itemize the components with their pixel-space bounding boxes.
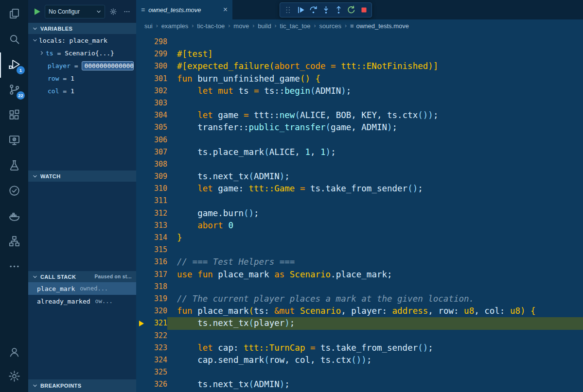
line-number[interactable]: 312: [136, 207, 167, 220]
activity-item-search[interactable]: [0, 27, 28, 52]
code-text[interactable]: ts.next_tx(player);: [167, 317, 583, 329]
code-text[interactable]: transfer::public_transfer(game, ADMIN);: [167, 121, 583, 134]
breakpoints-section-header[interactable]: BREAKPOINTS: [28, 379, 136, 392]
docker-icon: [8, 209, 21, 224]
line-number[interactable]: 314: [136, 232, 167, 244]
chevron-down-icon: [33, 26, 37, 31]
line-number[interactable]: 322: [136, 330, 167, 342]
activity-item-extensions[interactable]: [0, 103, 28, 128]
step-out-button[interactable]: [332, 4, 345, 17]
activity-bar-top: 122: [0, 2, 28, 280]
line-number[interactable]: 304: [136, 109, 167, 121]
activity-item-docker[interactable]: [0, 204, 28, 229]
line-number[interactable]: 303: [136, 97, 167, 109]
line-number[interactable]: 306: [136, 134, 167, 146]
line-number[interactable]: 326: [136, 378, 167, 391]
code-text[interactable]: ts.next_tx(ADMIN);: [167, 170, 583, 183]
line-number[interactable]: 302: [136, 85, 167, 97]
more-actions-icon[interactable]: [122, 6, 132, 17]
variable-row-ts[interactable]: ts = Scenario{...}: [28, 47, 136, 59]
line-number[interactable]: 318: [136, 281, 167, 293]
activity-item-explorer[interactable]: [0, 2, 28, 27]
start-debug-button[interactable]: [32, 7, 42, 17]
breadcrumb-item-build[interactable]: build: [258, 22, 271, 30]
line-number[interactable]: 316: [136, 256, 167, 268]
activity-item-run-debug[interactable]: 1: [0, 52, 28, 78]
breadcrumb-item-tic_tac_toe[interactable]: tic_tac_toe: [280, 22, 311, 30]
line-number[interactable]: 299: [136, 48, 167, 60]
code-text[interactable]: ts.place_mark(ALICE, 1, 1);: [167, 146, 583, 158]
variable-row-col[interactable]: col = 1: [28, 85, 136, 97]
breadcrumb-item-sui[interactable]: sui: [144, 22, 153, 30]
gear-icon[interactable]: [108, 6, 119, 17]
line-number[interactable]: 309: [136, 170, 167, 183]
line-number[interactable]: 307: [136, 146, 167, 158]
code-text[interactable]: use fun place_mark as Scenario.place_mar…: [167, 269, 583, 281]
restart-button[interactable]: [345, 4, 357, 17]
breadcrumb-item-move[interactable]: move: [233, 22, 249, 30]
breadcrumb-item-owned_tests.move[interactable]: ≡owned_tests.move: [350, 22, 409, 30]
activity-item-checklist[interactable]: [0, 179, 28, 204]
activity-item-account[interactable]: [0, 341, 28, 365]
code-text[interactable]: }: [167, 232, 583, 244]
code-text[interactable]: cap.send_mark(row, col, ts.ctx());: [167, 354, 583, 366]
line-number[interactable]: 313: [136, 220, 167, 232]
variable-row-player[interactable]: player = 0000000000000…: [28, 59, 136, 72]
code-text[interactable]: let game = ttt::new(ALICE, BOB, KEY, ts.…: [167, 109, 583, 121]
drag-handle-icon[interactable]: [282, 4, 294, 17]
breadcrumb-item-tic-tac-toe[interactable]: tic-tac-toe: [197, 22, 225, 30]
breadcrumb-item-sources[interactable]: sources: [319, 22, 341, 30]
code-text[interactable]: fun place_mark(ts: &mut Scenario, player…: [167, 305, 583, 317]
line-number[interactable]: 308: [136, 158, 167, 170]
callstack-section-header[interactable]: CALL STACK Paused on st...: [28, 271, 136, 282]
line-number[interactable]: 311: [136, 195, 167, 207]
continue-icon: [296, 5, 305, 15]
line-number[interactable]: 301: [136, 73, 167, 85]
line-number[interactable]: 323: [136, 342, 167, 354]
code-text[interactable]: #[test]: [167, 48, 583, 60]
line-number[interactable]: 324: [136, 354, 167, 366]
activity-item-settings[interactable]: [0, 365, 28, 389]
code-text[interactable]: fun burn_unfinished_game() {: [167, 73, 583, 85]
breadcrumb-item-examples[interactable]: examples: [161, 22, 189, 30]
stop-button[interactable]: [357, 4, 370, 17]
variables-scope-row[interactable]: locals: place_mark: [28, 34, 136, 47]
line-number[interactable]: 321: [136, 317, 167, 329]
step-into-button[interactable]: [319, 4, 332, 17]
code-text[interactable]: abort 0: [167, 220, 583, 232]
line-number[interactable]: 300: [136, 60, 167, 72]
line-number[interactable]: 320: [136, 305, 167, 317]
variable-row-row[interactable]: row = 1: [28, 72, 136, 85]
launch-config-dropdown[interactable]: No Configur: [45, 5, 105, 18]
code-text[interactable]: let mut ts = ts::begin(ADMIN);: [167, 85, 583, 97]
line-number[interactable]: 310: [136, 183, 167, 195]
watch-section-header[interactable]: WATCH: [28, 170, 136, 182]
activity-item-more[interactable]: [0, 255, 28, 280]
close-icon[interactable]: ×: [223, 6, 228, 14]
variables-section-header[interactable]: VARIABLES: [28, 23, 136, 34]
step-over-button[interactable]: [307, 4, 319, 17]
code-text[interactable]: // === Test Helpers ===: [167, 256, 583, 268]
tab-owned-tests[interactable]: ≡ owned_tests.move ×: [136, 0, 232, 19]
variable-value-highlighted[interactable]: 0000000000000…: [82, 61, 134, 70]
continue-button[interactable]: [294, 4, 307, 17]
line-number[interactable]: 298: [136, 36, 167, 48]
callstack-frame-already_marked[interactable]: already_markedow...: [28, 295, 136, 307]
line-number[interactable]: 325: [136, 366, 167, 378]
line-number[interactable]: 319: [136, 293, 167, 305]
callstack-frame-place_mark[interactable]: place_markowned...: [28, 282, 136, 295]
activity-item-source-control[interactable]: 22: [0, 78, 28, 103]
code-text[interactable]: // The current player places a mark at t…: [167, 293, 583, 305]
activity-item-testing[interactable]: [0, 153, 28, 179]
line-number[interactable]: 305: [136, 121, 167, 134]
activity-item-kubernetes[interactable]: [0, 229, 28, 255]
equals-sign: =: [53, 50, 65, 57]
code-text[interactable]: let cap: ttt::TurnCap = ts.take_from_sen…: [167, 342, 583, 354]
line-number[interactable]: 315: [136, 244, 167, 256]
code-text[interactable]: ts.next_tx(ADMIN);: [167, 378, 583, 391]
activity-item-remote-explorer[interactable]: [0, 128, 28, 153]
code-text[interactable]: #[expected_failure(abort_code = ttt::ENo…: [167, 60, 583, 72]
code-text[interactable]: game.burn();: [167, 207, 583, 220]
code-text[interactable]: let game: ttt::Game = ts.take_from_sende…: [167, 183, 583, 195]
line-number[interactable]: 317: [136, 269, 167, 281]
